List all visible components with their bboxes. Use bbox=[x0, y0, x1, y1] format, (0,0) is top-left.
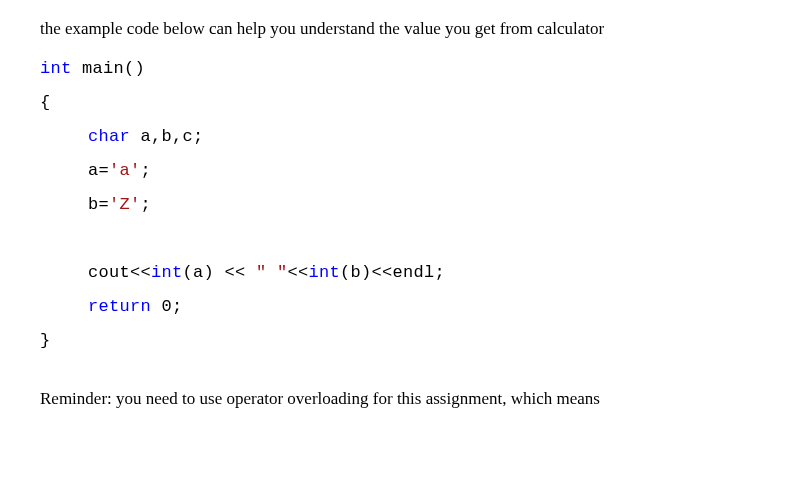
code-text: (a) << bbox=[183, 263, 257, 282]
code-block: int main() { char a,b,c; a='a'; b='Z'; c… bbox=[40, 52, 776, 358]
code-text: a= bbox=[88, 161, 109, 180]
code-line-1: int main() bbox=[40, 59, 145, 78]
code-text: b= bbox=[88, 195, 109, 214]
keyword-char: char bbox=[88, 127, 130, 146]
code-text: (b)<<endl; bbox=[340, 263, 445, 282]
code-text: cout<< bbox=[88, 263, 151, 282]
string-literal: " " bbox=[256, 263, 288, 282]
code-text: << bbox=[288, 263, 309, 282]
string-literal: 'a' bbox=[109, 161, 141, 180]
brace-close: } bbox=[40, 331, 51, 350]
keyword-int: int bbox=[309, 263, 341, 282]
keyword-int: int bbox=[40, 59, 72, 78]
code-text: ; bbox=[141, 195, 152, 214]
keyword-int: int bbox=[151, 263, 183, 282]
code-line-3: char a,b,c; bbox=[40, 127, 204, 146]
code-line-4: a='a'; bbox=[40, 161, 151, 180]
code-line-7: return 0; bbox=[40, 297, 183, 316]
reminder-text: Reminder: you need to use operator overl… bbox=[40, 386, 776, 412]
code-text: ; bbox=[141, 161, 152, 180]
code-line-8: } bbox=[40, 331, 51, 350]
code-line-2: { bbox=[40, 93, 51, 112]
code-text: 0; bbox=[151, 297, 183, 316]
code-text: main() bbox=[72, 59, 146, 78]
brace-open: { bbox=[40, 93, 51, 112]
keyword-return: return bbox=[88, 297, 151, 316]
code-line-6: cout<<int(a) << " "<<int(b)<<endl; bbox=[40, 263, 445, 282]
code-text: a,b,c; bbox=[130, 127, 204, 146]
code-line-5: b='Z'; bbox=[40, 195, 151, 214]
intro-text: the example code below can help you unde… bbox=[40, 16, 776, 42]
string-literal: 'Z' bbox=[109, 195, 141, 214]
